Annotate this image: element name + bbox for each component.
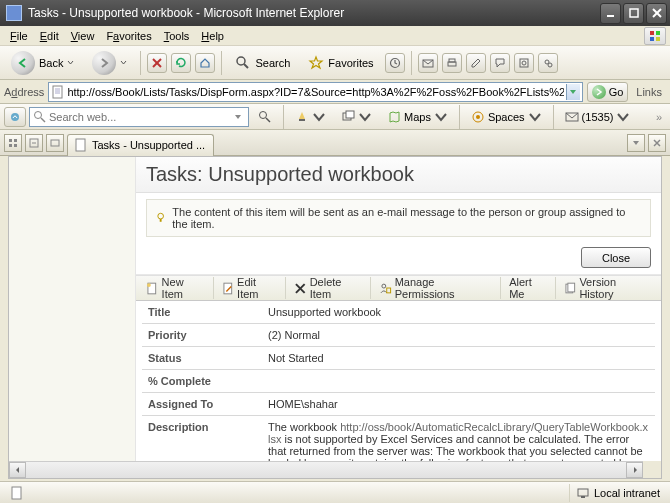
print-button[interactable] [442,53,462,73]
stop-button[interactable] [147,53,167,73]
window-title: Tasks - Unsupported workbook - Microsoft… [28,6,600,20]
svg-rect-1 [630,9,638,17]
edit-button[interactable] [466,53,486,73]
back-label: Back [39,57,63,69]
research-button[interactable] [514,53,534,73]
address-bar: Address http://oss/Book/Lists/Tasks/Disp… [0,80,670,104]
info-icon [155,212,166,224]
svg-rect-5 [656,31,660,35]
spaces-button[interactable]: Spaces [465,107,548,127]
svg-rect-32 [9,139,12,142]
menu-favorites[interactable]: Favorites [100,28,157,44]
menu-view[interactable]: View [65,28,101,44]
svg-line-25 [266,118,270,122]
svg-rect-52 [12,487,21,499]
svg-rect-38 [76,139,85,151]
svg-rect-54 [581,496,585,498]
manage-permissions-button[interactable]: Manage Permissions [373,277,501,299]
svg-rect-4 [650,31,654,35]
search-go-button[interactable] [252,107,278,127]
menu-file[interactable]: File [4,28,34,44]
search-toolbar: Maps Spaces (1535) » [0,104,670,130]
browser-tab[interactable]: Tasks - Unsupported ... [67,134,214,156]
svg-rect-53 [578,489,588,496]
svg-point-21 [11,113,19,121]
forward-button[interactable] [85,50,134,76]
favorites-button[interactable]: Favorites [301,50,380,76]
svg-point-41 [158,213,164,219]
alert-me-button[interactable]: Alert Me [503,277,556,299]
status-icon [4,484,32,502]
edit-item-button[interactable]: Edit Item [216,277,287,299]
back-button[interactable]: Back [4,50,81,76]
highlight-button[interactable] [289,107,332,127]
address-field[interactable]: http://oss/Book/Lists/Tasks/DispForm.asp… [48,82,582,102]
svg-rect-49 [387,288,391,293]
discuss-button[interactable] [490,53,510,73]
tab-list-button[interactable] [25,134,43,152]
left-nav [9,157,135,478]
menu-edit[interactable]: Edit [34,28,65,44]
svg-line-23 [41,118,45,122]
menu-tools[interactable]: Tools [158,28,196,44]
mail-button[interactable] [418,53,438,73]
minimize-button[interactable] [600,3,621,24]
new-tab-button[interactable] [46,134,64,152]
status-bar: Local intranet [0,481,670,503]
go-label: Go [609,86,624,98]
content-pane: Tasks: Unsupported workbook The content … [8,156,662,479]
svg-rect-51 [568,283,575,292]
page-title: Tasks: Unsupported workbook [136,157,661,193]
close-button[interactable] [646,3,667,24]
window-titlebar: Tasks - Unsupported workbook - Microsoft… [0,0,670,26]
svg-rect-37 [51,140,59,146]
favorites-label: Favorites [328,57,373,69]
menu-help[interactable]: Help [195,28,230,44]
history-button[interactable] [385,53,405,73]
search-label: Search [255,57,290,69]
field-row: StatusNot Started [142,347,655,370]
item-toolbar: New Item Edit Item Delete Item Manage Pe… [136,275,661,301]
version-history-button[interactable]: Version History [558,277,657,299]
field-row: % Complete [142,370,655,393]
home-button[interactable] [195,53,215,73]
tab-dropdown[interactable] [627,134,645,152]
svg-rect-14 [448,62,456,66]
horizontal-scrollbar[interactable] [9,461,643,478]
toolbar-overflow[interactable]: » [652,111,666,123]
provider-button[interactable] [4,107,26,127]
popup-button[interactable] [335,107,378,127]
links-label[interactable]: Links [632,86,666,98]
field-row: TitleUnsupported workbook [142,301,655,324]
scroll-right-button[interactable] [626,462,643,478]
scroll-corner [643,461,661,478]
new-item-button[interactable]: New Item [140,277,214,299]
messenger-button[interactable] [538,53,558,73]
close-tab-button[interactable] [648,134,666,152]
go-icon [592,85,606,99]
search-icon [33,110,47,124]
refresh-button[interactable] [171,53,191,73]
delete-item-button[interactable]: Delete Item [288,277,371,299]
svg-rect-15 [449,59,455,62]
close-item-button[interactable]: Close [581,247,651,268]
throbber-icon [644,27,666,45]
main-toolbar: Back Search Favorites [0,46,670,80]
spaces-icon [471,110,485,124]
field-row: Priority(2) Normal [142,324,655,347]
address-dropdown[interactable] [566,84,580,100]
search-button[interactable]: Search [228,50,297,76]
quick-tabs-button[interactable] [4,134,22,152]
maximize-button[interactable] [623,3,644,24]
mail-count-button[interactable]: (1535) [559,107,637,127]
info-bar: The content of this item will be sent as… [146,199,651,237]
maps-button[interactable]: Maps [381,107,454,127]
svg-rect-33 [14,139,17,142]
svg-point-48 [382,284,386,288]
go-button[interactable]: Go [587,82,629,102]
search-field[interactable] [29,107,249,127]
back-icon [11,51,35,75]
search-input[interactable] [49,111,229,123]
search-dropdown[interactable] [231,109,245,125]
scroll-left-button[interactable] [9,462,26,478]
